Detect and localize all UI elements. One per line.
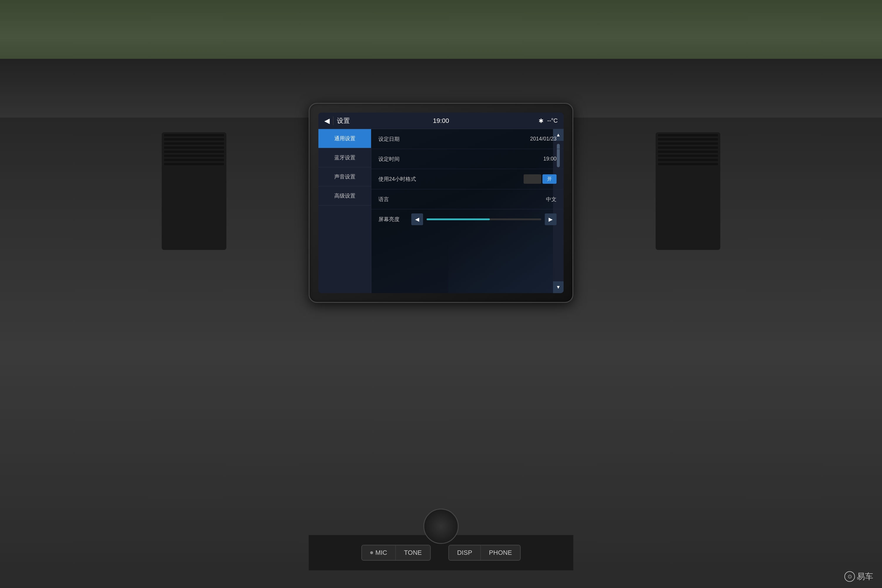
date-value: 2014/01/23: [530, 136, 556, 142]
center-knob[interactable]: [423, 508, 459, 544]
brightness-decrease-button[interactable]: ◀: [411, 213, 423, 225]
screen-bezel: ◀ 设置 19:00 ✱ --°C 通用设置 蓝牙设置 声音设置 高级设置: [309, 103, 573, 303]
watermark-logo: ⊙: [844, 571, 855, 582]
left-button-group: MIC TONE: [362, 545, 431, 561]
24h-label: 使用24小时格式: [378, 176, 524, 183]
status-divider: [333, 116, 333, 125]
brightness-bar: [427, 219, 541, 220]
disp-button[interactable]: DISP: [449, 545, 481, 560]
toggle-off-part: [524, 174, 541, 184]
screen-title: 设置: [337, 116, 350, 125]
time-label: 设定时间: [378, 156, 543, 163]
phone-button[interactable]: PHONE: [481, 545, 520, 560]
settings-row-24h[interactable]: 使用24小时格式 开: [371, 169, 564, 189]
sidebar-item-bluetooth[interactable]: 蓝牙设置: [318, 148, 371, 167]
date-label: 设定日期: [378, 135, 530, 142]
tone-button[interactable]: TONE: [396, 545, 430, 560]
settings-row-time[interactable]: 设定时间 19:00: [371, 149, 564, 169]
watermark: ⊙ 易车: [844, 571, 873, 582]
status-bar: ◀ 设置 19:00 ✱ --°C: [318, 112, 564, 129]
sidebar-item-general[interactable]: 通用设置: [318, 129, 371, 148]
watermark-text: 易车: [857, 571, 873, 582]
mic-button[interactable]: MIC: [362, 545, 396, 560]
right-button-group: DISP PHONE: [448, 545, 521, 561]
back-button[interactable]: ◀: [324, 117, 330, 125]
vent-left: [162, 132, 226, 250]
mic-button-dot: [370, 551, 373, 554]
content-area: 设定日期 2014/01/23 设定时间 19:00 使用24小时格式 开: [371, 129, 564, 293]
settings-row-brightness: 屏幕亮度 ◀ ▶: [371, 209, 564, 230]
settings-row-language[interactable]: 语言 中文: [371, 189, 564, 209]
settings-list: 设定日期 2014/01/23 设定时间 19:00 使用24小时格式 开: [371, 129, 564, 230]
tone-button-label: TONE: [404, 549, 422, 556]
screen-display: ◀ 设置 19:00 ✱ --°C 通用设置 蓝牙设置 声音设置 高级设置: [318, 112, 564, 293]
sidebar-item-advanced[interactable]: 高级设置: [318, 186, 371, 206]
phone-button-label: PHONE: [489, 549, 512, 556]
language-value: 中文: [546, 196, 556, 203]
time-value: 19:00: [543, 156, 556, 162]
brightness-increase-button[interactable]: ▶: [545, 213, 556, 225]
sidebar-item-sound[interactable]: 声音设置: [318, 167, 371, 186]
brightness-fill: [427, 219, 490, 220]
brightness-label: 屏幕亮度: [378, 216, 408, 223]
main-content: 通用设置 蓝牙设置 声音设置 高级设置 设定日期 2014/01/23: [318, 129, 564, 293]
disp-button-label: DISP: [457, 549, 472, 556]
scroll-down-button[interactable]: ▼: [553, 281, 564, 293]
status-icons: ✱ --°C: [538, 117, 558, 124]
mic-button-label: MIC: [375, 549, 387, 556]
status-time: 19:00: [433, 117, 449, 124]
settings-row-date[interactable]: 设定日期 2014/01/23: [371, 129, 564, 149]
24h-toggle[interactable]: 开: [524, 174, 556, 184]
vent-right: [656, 132, 720, 250]
bluetooth-icon: ✱: [538, 117, 544, 124]
toggle-on-part: 开: [542, 174, 556, 184]
temperature-display: --°C: [547, 117, 558, 124]
sidebar: 通用设置 蓝牙设置 声音设置 高级设置: [318, 129, 371, 293]
language-label: 语言: [378, 196, 546, 203]
